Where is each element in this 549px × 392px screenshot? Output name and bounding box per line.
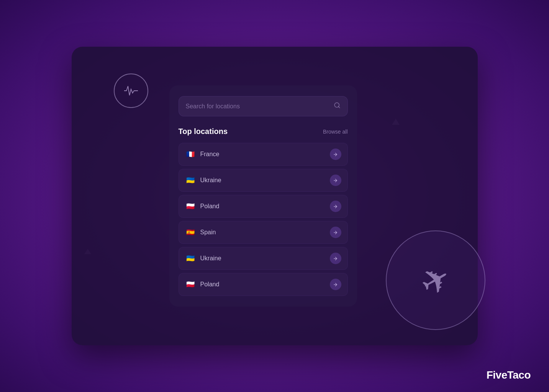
pulse-icon: [123, 82, 139, 99]
brand-name-part2: Taco: [507, 369, 531, 381]
location-item[interactable]: 🇪🇸 Spain: [179, 221, 348, 244]
flag-icon: 🇺🇦: [185, 253, 196, 264]
main-panel: Top locations Browse all 🇫🇷 France 🇺🇦 Uk…: [169, 85, 357, 307]
section-header: Top locations Browse all: [179, 127, 348, 136]
search-input[interactable]: [186, 103, 334, 110]
location-left: 🇵🇱 Poland: [185, 279, 220, 290]
location-left: 🇺🇦 Ukraine: [185, 253, 221, 264]
flag-icon: 🇵🇱: [185, 279, 196, 290]
airplane-icon: ✈: [413, 256, 458, 305]
brand-name-part1: Five: [487, 369, 507, 381]
location-left: 🇫🇷 France: [185, 149, 220, 160]
location-name: Spain: [200, 229, 216, 236]
outer-background: Top locations Browse all 🇫🇷 France 🇺🇦 Uk…: [0, 0, 549, 392]
location-arrow-button[interactable]: [330, 227, 341, 238]
location-item[interactable]: 🇺🇦 Ukraine: [179, 169, 348, 192]
brand-logo: FiveTaco: [487, 369, 531, 381]
location-arrow-button[interactable]: [330, 253, 341, 264]
location-item[interactable]: 🇵🇱 Poland: [179, 195, 348, 218]
airplane-circle: ✈: [386, 230, 485, 330]
flag-icon: 🇫🇷: [185, 149, 196, 160]
location-arrow-button[interactable]: [330, 279, 341, 290]
section-title: Top locations: [179, 127, 228, 136]
location-name: Poland: [200, 281, 220, 288]
search-bar[interactable]: [179, 96, 348, 116]
location-left: 🇺🇦 Ukraine: [185, 175, 221, 186]
location-name: Ukraine: [200, 255, 221, 262]
location-item[interactable]: 🇺🇦 Ukraine: [179, 247, 348, 270]
location-name: Poland: [200, 203, 220, 210]
flag-icon: 🇵🇱: [185, 201, 196, 212]
location-arrow-button[interactable]: [330, 149, 341, 160]
flag-icon: 🇪🇸: [185, 227, 196, 238]
location-left: 🇪🇸 Spain: [185, 227, 216, 238]
location-item[interactable]: 🇵🇱 Poland: [179, 273, 348, 296]
location-arrow-button[interactable]: [330, 175, 341, 186]
pulse-icon-circle: [114, 74, 148, 108]
browse-all-button[interactable]: Browse all: [323, 129, 348, 135]
location-item[interactable]: 🇫🇷 France: [179, 143, 348, 166]
location-list: 🇫🇷 France 🇺🇦 Ukraine: [179, 143, 348, 296]
location-left: 🇵🇱 Poland: [185, 201, 220, 212]
location-arrow-button[interactable]: [330, 201, 341, 212]
app-card: Top locations Browse all 🇫🇷 France 🇺🇦 Uk…: [72, 47, 478, 345]
location-name: France: [200, 151, 220, 158]
location-name: Ukraine: [200, 177, 221, 184]
svg-line-1: [338, 106, 339, 108]
search-icon: [334, 102, 341, 111]
flag-icon: 🇺🇦: [185, 175, 196, 186]
